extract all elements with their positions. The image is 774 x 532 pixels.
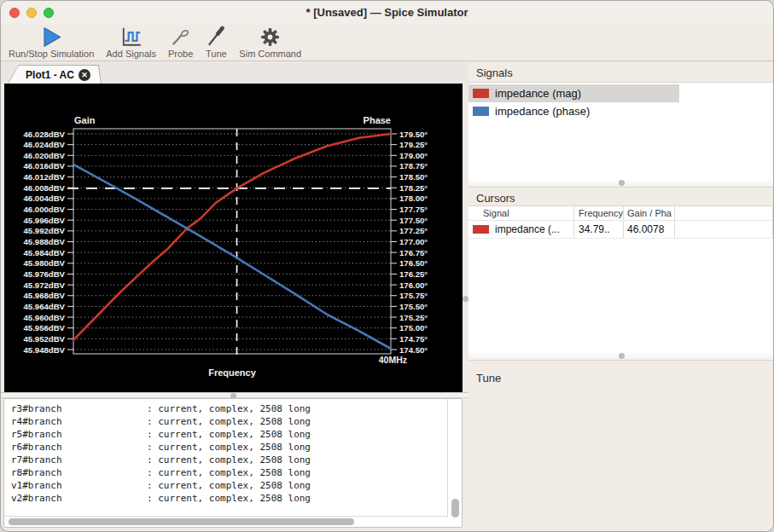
svg-text:45.988dBV: 45.988dBV: [23, 237, 65, 246]
cursors-section-header: Cursors: [468, 189, 774, 207]
svg-text:45.976dBV: 45.976dBV: [23, 269, 65, 279]
svg-text:179.50°: 179.50°: [399, 130, 428, 139]
svg-text:176.75°: 176.75°: [399, 248, 428, 257]
toolbar-button-label: Add Signals: [106, 49, 156, 59]
svg-text:46.008dBV: 46.008dBV: [23, 183, 65, 193]
toolbar-button-label: Probe: [168, 49, 193, 59]
sidebar: Signals impedance (mag) impedance (phase…: [468, 62, 774, 532]
cursors-scrollbar-track[interactable]: [468, 352, 774, 360]
svg-text:178.50°: 178.50°: [399, 172, 428, 182]
svg-text:176.25°: 176.25°: [399, 269, 428, 279]
column-header-gain-phase[interactable]: Gain / Pha: [627, 208, 672, 218]
vertical-splitter[interactable]: [463, 62, 468, 528]
svg-text:179.25°: 179.25°: [399, 140, 428, 149]
cursors-panel: Signal Frequency Gain / Pha impedance (.…: [468, 205, 774, 361]
scrollbar-dot[interactable]: [619, 180, 625, 186]
svg-text:179.00°: 179.00°: [399, 151, 428, 160]
tab-label: Plot1 - AC: [19, 69, 74, 81]
tune-section-header: Tune: [468, 369, 774, 387]
signal-color-swatch: [473, 89, 489, 98]
signal-row-impedance-mag[interactable]: impedance (mag): [468, 84, 679, 102]
cursor-signal-name: impedance (...: [495, 223, 560, 235]
svg-text:176.00°: 176.00°: [399, 280, 428, 290]
svg-text:177.50°: 177.50°: [399, 216, 428, 225]
app-window: * [Unsaved] — Spice Simulator Run/Stop S…: [0, 0, 774, 532]
svg-text:175.00°: 175.00°: [399, 323, 428, 332]
svg-text:Phase: Phase: [364, 115, 391, 125]
cursor-frequency-value: 34.79..: [579, 223, 610, 235]
tabbar: Plot1 - AC ✕: [1, 62, 468, 84]
svg-text:174.50°: 174.50°: [399, 345, 428, 355]
plot-canvas[interactable]: 46.028dBV179.50°46.024dBV179.25°46.020dB…: [4, 84, 463, 392]
svg-text:45.992dBV: 45.992dBV: [23, 226, 65, 235]
svg-text:175.25°: 175.25°: [399, 313, 428, 322]
signal-label: impedance (mag): [495, 87, 581, 100]
svg-text:174.75°: 174.75°: [399, 334, 428, 344]
cursor-gain-value: 46.0078: [627, 223, 664, 235]
vertical-scrollbar-thumb[interactable]: [451, 499, 459, 518]
svg-text:178.00°: 178.00°: [399, 194, 428, 203]
signals-scrollbar-track[interactable]: [468, 179, 774, 187]
run-stop-simulation-button[interactable]: Run/Stop Simulation: [3, 25, 100, 59]
svg-text:46.020dBV: 46.020dBV: [23, 151, 65, 160]
scrollbar-dot[interactable]: [619, 353, 625, 359]
column-header-frequency[interactable]: Frequency: [579, 208, 623, 218]
add-signals-button[interactable]: Add Signals: [100, 25, 162, 59]
gear-icon: [259, 25, 281, 49]
svg-text:178.75°: 178.75°: [399, 161, 428, 171]
svg-text:46.028dBV: 46.028dBV: [23, 130, 65, 139]
svg-text:46.004dBV: 46.004dBV: [23, 194, 65, 203]
svg-text:Frequency: Frequency: [208, 367, 257, 378]
play-icon: [40, 25, 63, 49]
cursor-color-swatch: [473, 225, 489, 234]
svg-text:45.960dBV: 45.960dBV: [23, 313, 65, 322]
svg-text:40MHz: 40MHz: [379, 355, 407, 365]
svg-text:178.25°: 178.25°: [399, 183, 428, 193]
splitter-grip[interactable]: [463, 296, 468, 302]
probe-pen-icon: [170, 25, 192, 49]
svg-text:45.984dBV: 45.984dBV: [23, 248, 65, 257]
window-title: * [Unsaved] — Spice Simulator: [1, 1, 773, 25]
svg-text:177.25°: 177.25°: [399, 226, 428, 235]
svg-text:45.996dBV: 45.996dBV: [23, 216, 65, 225]
tab-close-icon[interactable]: ✕: [79, 69, 90, 81]
tab-plot1-ac[interactable]: Plot1 - AC ✕: [8, 65, 102, 84]
svg-text:45.968dBV: 45.968dBV: [23, 291, 65, 300]
screwdriver-icon: [205, 25, 227, 49]
toolbar-button-label: Run/Stop Simulation: [9, 49, 94, 59]
signals-section-header: Signals: [468, 64, 774, 82]
svg-text:45.972dBV: 45.972dBV: [23, 280, 65, 290]
toolbar-button-label: Tune: [206, 49, 227, 59]
toolbar-button-label: Sim Command: [239, 49, 301, 59]
svg-text:177.75°: 177.75°: [399, 205, 428, 214]
svg-text:176.50°: 176.50°: [399, 258, 428, 268]
cursor-row[interactable]: impedance (... 34.79.. 46.0078: [468, 221, 774, 239]
ac-analysis-chart: 46.028dBV179.50°46.024dBV179.25°46.020dB…: [4, 84, 463, 392]
signal-color-swatch: [473, 107, 489, 116]
toolbar: Run/Stop Simulation Add Signals Probe Tu…: [1, 25, 773, 61]
horizontal-splitter[interactable]: [1, 392, 468, 398]
svg-text:46.000dBV: 46.000dBV: [23, 205, 65, 214]
tune-button[interactable]: Tune: [199, 25, 233, 59]
svg-text:45.948dBV: 45.948dBV: [23, 345, 65, 355]
svg-text:177.00°: 177.00°: [399, 237, 428, 246]
signal-row-impedance-phase[interactable]: impedance (phase): [468, 102, 774, 120]
console-text: r3#branch : current, complex, 2508 long …: [4, 399, 447, 505]
console-panel: r3#branch : current, complex, 2508 long …: [3, 398, 463, 528]
svg-text:46.012dBV: 46.012dBV: [23, 172, 65, 182]
svg-text:45.980dBV: 45.980dBV: [23, 258, 65, 268]
probe-button[interactable]: Probe: [162, 25, 199, 59]
svg-text:46.016dBV: 46.016dBV: [23, 161, 65, 171]
signal-label: impedance (phase): [495, 105, 590, 118]
svg-text:46.024dBV: 46.024dBV: [23, 140, 65, 149]
square-wave-icon: [120, 25, 143, 49]
console-output[interactable]: r3#branch : current, complex, 2508 long …: [4, 399, 448, 517]
svg-text:45.964dBV: 45.964dBV: [23, 302, 65, 311]
svg-text:45.956dBV: 45.956dBV: [23, 323, 65, 332]
column-header-signal[interactable]: Signal: [468, 208, 509, 218]
signals-panel: impedance (mag) impedance (phase): [468, 82, 774, 188]
sim-command-button[interactable]: Sim Command: [233, 25, 307, 59]
cursors-table-header: Signal Frequency Gain / Pha: [468, 206, 774, 221]
titlebar: * [Unsaved] — Spice Simulator: [1, 1, 773, 26]
horizontal-scrollbar-thumb[interactable]: [9, 518, 354, 525]
